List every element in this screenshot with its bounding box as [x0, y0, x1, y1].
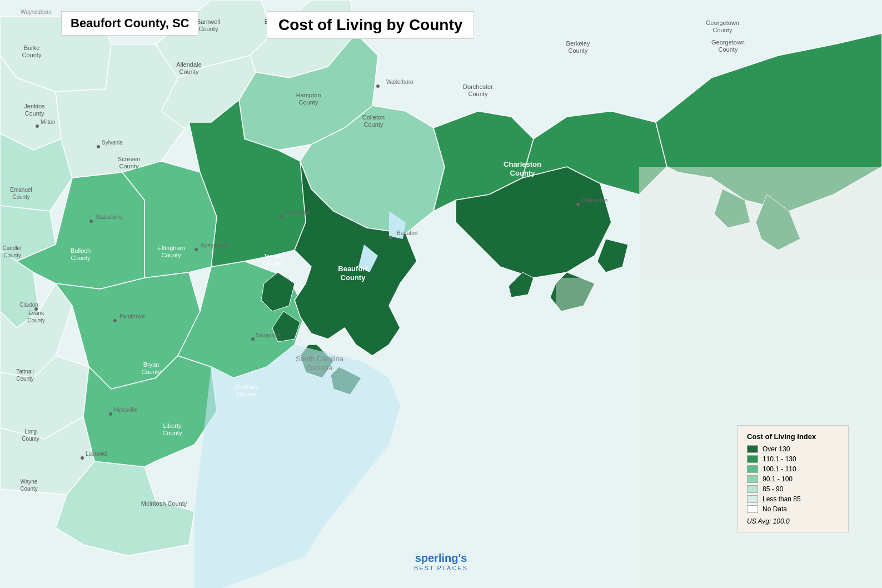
svg-point-68 — [195, 248, 198, 251]
svg-text:County: County — [20, 486, 38, 492]
svg-text:Allendale: Allendale — [176, 61, 201, 68]
svg-point-62 — [389, 236, 392, 239]
legend: Cost of Living Index Over 130 110.1 - 13… — [738, 425, 849, 532]
svg-text:Hinesville: Hinesville — [114, 407, 138, 413]
svg-text:Ridgeland: Ridgeland — [285, 209, 310, 215]
legend-swatch-6 — [747, 495, 758, 503]
map-container: Burke County Jenkins County Emanuel Coun… — [0, 0, 882, 588]
svg-text:Wayne: Wayne — [21, 479, 38, 485]
branding-name: sperling's — [414, 552, 468, 565]
svg-text:Burke: Burke — [24, 44, 40, 51]
svg-text:County: County — [142, 368, 161, 375]
legend-title: Cost of Living Index — [747, 432, 839, 441]
legend-swatch-1 — [747, 445, 758, 453]
legend-swatch-4 — [747, 475, 758, 483]
svg-text:Waynesboro: Waynesboro — [21, 9, 52, 15]
svg-point-74 — [81, 456, 84, 460]
svg-text:County: County — [364, 121, 383, 128]
svg-text:Long: Long — [24, 428, 37, 435]
svg-point-82 — [36, 124, 39, 128]
svg-point-84 — [576, 203, 580, 206]
svg-point-66 — [113, 319, 117, 322]
legend-label-4: 90.1 - 100 — [763, 475, 793, 483]
svg-text:County: County — [3, 252, 21, 258]
svg-text:County: County — [16, 376, 34, 382]
svg-text:Candler: Candler — [2, 245, 22, 251]
svg-text:Hampton: Hampton — [296, 92, 321, 98]
svg-text:County: County — [71, 255, 91, 261]
svg-text:Bulloch: Bulloch — [71, 247, 91, 254]
svg-text:Liberty: Liberty — [163, 422, 182, 429]
legend-swatch-7 — [747, 505, 758, 513]
svg-text:Beaufort: Beaufort — [397, 230, 418, 236]
branding-sub: BEST PLACES — [414, 565, 468, 571]
legend-item-1: Over 130 — [747, 445, 839, 453]
svg-text:County: County — [713, 27, 732, 33]
highlighted-county-title: Beaufort County, SC — [61, 11, 198, 36]
svg-text:Georgetown: Georgetown — [711, 39, 745, 46]
svg-text:Barnwell: Barnwell — [197, 18, 220, 25]
svg-point-70 — [251, 337, 255, 341]
svg-text:County: County — [12, 194, 30, 200]
svg-text:County: County — [25, 110, 44, 117]
svg-text:County: County — [263, 260, 282, 267]
legend-swatch-5 — [747, 485, 758, 493]
svg-text:Emanuel: Emanuel — [10, 187, 32, 193]
legend-swatch-3 — [747, 465, 758, 473]
svg-text:County: County — [119, 163, 139, 170]
svg-text:County: County — [719, 46, 738, 53]
legend-item-5: 85 - 90 — [747, 485, 839, 493]
svg-text:Statesboro: Statesboro — [96, 214, 123, 220]
svg-text:County: County — [180, 68, 199, 75]
legend-label-2: 110.1 - 130 — [763, 455, 796, 463]
legend-label-1: Over 130 — [763, 445, 790, 453]
legend-us-avg: US Avg: 100.0 — [747, 517, 839, 525]
map-main-title: Cost of Living by County — [267, 11, 474, 39]
branding: sperling's BEST PLACES — [414, 552, 468, 571]
legend-label-7: No Data — [763, 505, 787, 513]
svg-text:County: County — [469, 91, 488, 97]
legend-label-5: 85 - 90 — [763, 485, 783, 493]
svg-text:County: County — [162, 252, 181, 258]
svg-text:Jenkins: Jenkins — [24, 103, 45, 109]
legend-item-3: 100.1 - 110 — [747, 465, 839, 473]
svg-text:County: County — [199, 26, 218, 32]
svg-point-60 — [376, 84, 380, 88]
svg-text:Springfield: Springfield — [201, 242, 227, 248]
svg-text:County: County — [27, 317, 45, 323]
svg-text:Claxton: Claxton — [19, 302, 38, 308]
svg-text:McIntosh County: McIntosh County — [141, 500, 187, 507]
svg-text:Berkeley: Berkeley — [566, 40, 590, 47]
svg-text:Evans: Evans — [28, 310, 44, 316]
svg-text:Screven: Screven — [118, 156, 140, 162]
svg-text:Pembroke: Pembroke — [119, 313, 145, 320]
svg-point-64 — [89, 220, 93, 223]
svg-text:Charleston: Charleston — [581, 197, 607, 203]
svg-text:Ludowici: Ludowici — [86, 451, 107, 457]
svg-text:Effingham: Effingham — [157, 245, 185, 251]
svg-text:Jasper: Jasper — [263, 253, 281, 260]
svg-text:Beaufort: Beaufort — [338, 265, 368, 273]
svg-text:County: County — [299, 99, 318, 106]
svg-text:Walterboro: Walterboro — [386, 79, 413, 85]
svg-text:County: County — [341, 273, 366, 282]
svg-point-72 — [109, 412, 112, 416]
legend-item-2: 110.1 - 130 — [747, 455, 839, 463]
svg-text:Georgetown: Georgetown — [706, 19, 739, 26]
svg-text:County: County — [22, 436, 39, 442]
legend-label-6: Less than 85 — [763, 495, 801, 503]
svg-text:Sylvania: Sylvania — [102, 139, 123, 146]
svg-text:Georgia: Georgia — [307, 363, 333, 372]
svg-text:Bryan: Bryan — [143, 361, 160, 368]
svg-text:Chatham: Chatham — [234, 383, 259, 390]
svg-text:County: County — [569, 47, 588, 54]
svg-text:County: County — [510, 169, 536, 177]
svg-text:Colleton: Colleton — [362, 114, 385, 121]
svg-text:County: County — [163, 430, 182, 436]
svg-text:South Carolina: South Carolina — [296, 355, 344, 363]
svg-text:Savannah: Savannah — [256, 332, 281, 338]
svg-point-78 — [97, 145, 100, 148]
legend-item-6: Less than 85 — [747, 495, 839, 503]
legend-item-4: 90.1 - 100 — [747, 475, 839, 483]
svg-text:Milton: Milton — [41, 119, 56, 125]
